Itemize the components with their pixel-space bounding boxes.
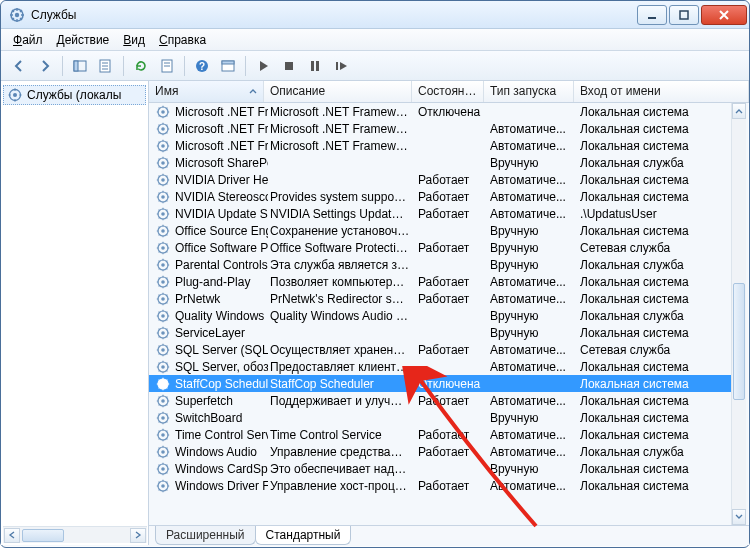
gear-icon <box>155 291 171 307</box>
service-row[interactable]: Windows AudioУправление средствами ...Ра… <box>149 443 734 460</box>
tool-start-icon[interactable] <box>251 54 275 78</box>
tab-standard[interactable]: Стандартный <box>255 526 352 545</box>
service-name: Windows Audio <box>175 445 257 459</box>
tool-help-icon[interactable]: ? <box>190 54 214 78</box>
col-startup-header[interactable]: Тип запуска <box>484 81 574 102</box>
svg-point-37 <box>161 263 165 267</box>
service-row[interactable]: Time Control Serv...Time Control Service… <box>149 426 734 443</box>
gear-icon <box>155 427 171 443</box>
service-row[interactable]: Plug-and-PlayПозволяет компьютеру р...Ра… <box>149 273 734 290</box>
tool-pause-icon[interactable] <box>303 54 327 78</box>
gear-icon <box>155 121 171 137</box>
gear-icon <box>155 274 171 290</box>
service-row[interactable]: Office Software Pr...Office Software Pro… <box>149 239 734 256</box>
tool-refresh[interactable] <box>129 54 153 78</box>
vscroll-thumb[interactable] <box>733 283 745 400</box>
col-logon-header[interactable]: Вход от имени <box>574 81 749 102</box>
service-row[interactable]: SQL Server, обозр...Предоставляет клиент… <box>149 358 734 375</box>
tool-back[interactable] <box>7 54 31 78</box>
col-name-header[interactable]: Имя <box>149 81 264 102</box>
sort-asc-icon <box>250 90 256 93</box>
svg-rect-14 <box>316 61 319 71</box>
tool-restart-icon[interactable] <box>329 54 353 78</box>
scroll-up-icon[interactable] <box>732 103 746 119</box>
service-row[interactable]: Microsoft .NET Fr...Microsoft .NET Frame… <box>149 137 734 154</box>
scroll-left-icon[interactable] <box>4 528 20 543</box>
service-row[interactable]: Windows Driver F...Управление хост-проце… <box>149 477 734 494</box>
service-row[interactable]: PrNetwkPrNetwk's Redirector serviceРабот… <box>149 290 734 307</box>
tab-extended[interactable]: Расширенный <box>155 526 256 545</box>
tool-list-icon[interactable] <box>216 54 240 78</box>
service-logon: Локальная система <box>578 275 734 289</box>
service-row[interactable]: Microsoft SharePo...ВручнуюЛокальная слу… <box>149 154 734 171</box>
toolbar-separator <box>245 56 246 76</box>
app-icon <box>9 7 25 23</box>
service-row[interactable]: Windows CardSpa...Это обеспечивает надеж… <box>149 460 734 477</box>
scroll-right-icon[interactable] <box>130 528 146 543</box>
maximize-button[interactable] <box>669 5 699 25</box>
service-row[interactable]: Office Source Eng...Сохранение установоч… <box>149 222 734 239</box>
service-name: PrNetwk <box>175 292 220 306</box>
service-name: Superfetch <box>175 394 233 408</box>
menu-file[interactable]: ФайлФайл <box>7 31 49 49</box>
service-desc: StaffCop Scheduler <box>268 377 416 391</box>
window-title: Службы <box>31 8 635 22</box>
col-desc-header[interactable]: Описание <box>264 81 412 102</box>
hscroll-thumb[interactable] <box>22 529 64 542</box>
col-state-header[interactable]: Состояние <box>412 81 484 102</box>
service-row[interactable]: ServiceLayerВручнуюЛокальная система <box>149 324 734 341</box>
service-logon: Локальная система <box>578 462 734 476</box>
service-row[interactable]: Parental ControlsЭта служба является заг… <box>149 256 734 273</box>
svg-rect-5 <box>74 61 78 71</box>
service-startup: Вручную <box>488 326 578 340</box>
gear-icon <box>155 393 171 409</box>
tool-export-list[interactable] <box>94 54 118 78</box>
tool-show-hide[interactable] <box>68 54 92 78</box>
toolbar-separator <box>123 56 124 76</box>
service-logon: Локальная служба <box>578 309 734 323</box>
gear-icon <box>155 376 171 392</box>
service-state: Работает <box>416 428 488 442</box>
menu-action[interactable]: Действие <box>51 31 116 49</box>
service-logon: Локальная система <box>578 377 734 391</box>
tree-hscroll[interactable] <box>3 526 147 543</box>
tool-forward[interactable] <box>33 54 57 78</box>
service-row[interactable]: NVIDIA Stereosco...Provides system suppo… <box>149 188 734 205</box>
list-viewport: Microsoft .NET Fr...Microsoft .NET Frame… <box>149 103 749 525</box>
service-row[interactable]: Microsoft .NET Fr...Microsoft .NET Frame… <box>149 103 734 120</box>
gear-icon <box>155 155 171 171</box>
service-startup: Вручную <box>488 156 578 170</box>
service-startup: Автоматиче... <box>488 445 578 459</box>
minimize-button[interactable] <box>637 5 667 25</box>
gear-icon <box>155 138 171 154</box>
gear-icon <box>155 410 171 426</box>
service-row[interactable]: Microsoft .NET Fr...Microsoft .NET Frame… <box>149 120 734 137</box>
service-state: Работает <box>416 173 488 187</box>
tool-properties[interactable] <box>155 54 179 78</box>
service-row[interactable]: SwitchBoardВручнуюЛокальная система <box>149 409 734 426</box>
tree-root-services[interactable]: Службы (локалы <box>3 85 146 105</box>
service-state: Работает <box>416 445 488 459</box>
service-name: Plug-and-Play <box>175 275 250 289</box>
service-name: SQL Server (SQLEX... <box>175 343 268 357</box>
vscrollbar[interactable] <box>731 103 746 525</box>
service-row[interactable]: NVIDIA Driver Hel...РаботаетАвтоматиче..… <box>149 171 734 188</box>
service-state: Работает <box>416 343 488 357</box>
service-startup: Автоматиче... <box>488 207 578 221</box>
service-desc: Quality Windows Audio Vi... <box>268 309 416 323</box>
scroll-down-icon[interactable] <box>732 509 746 525</box>
menu-help[interactable]: Справка <box>153 31 212 49</box>
service-row[interactable]: SuperfetchПоддерживает и улучша...Работа… <box>149 392 734 409</box>
gear-icon <box>155 444 171 460</box>
service-row[interactable]: Quality Windows ...Quality Windows Audio… <box>149 307 734 324</box>
svg-rect-2 <box>648 17 656 19</box>
menu-view[interactable]: Вид <box>117 31 151 49</box>
close-button[interactable] <box>701 5 747 25</box>
service-desc: Time Control Service <box>268 428 416 442</box>
service-row[interactable]: NVIDIA Update Se...NVIDIA Settings Updat… <box>149 205 734 222</box>
tool-stop-icon[interactable] <box>277 54 301 78</box>
service-logon: Сетевая служба <box>578 241 734 255</box>
service-row[interactable]: StaffCop SchedulerStaffCop SchedulerОткл… <box>149 375 734 392</box>
svg-point-51 <box>161 382 165 386</box>
service-row[interactable]: SQL Server (SQLEX...Осуществляет хранени… <box>149 341 734 358</box>
